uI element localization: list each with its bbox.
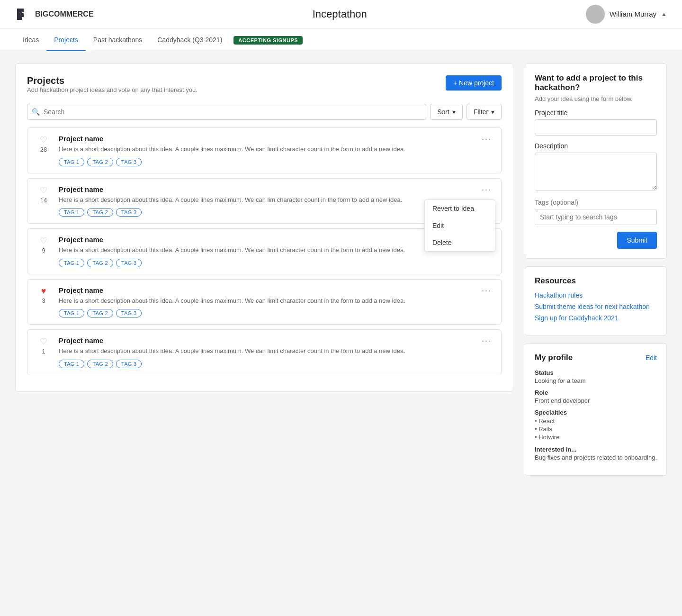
- project-desc-2: Here is a short description about this i…: [59, 195, 473, 205]
- tag-1-1: TAG 1: [59, 158, 84, 166]
- search-icon: 🔍: [32, 108, 40, 116]
- heart-icon-2[interactable]: ♡: [40, 185, 47, 196]
- sort-button[interactable]: Sort ▾: [430, 104, 463, 120]
- svg-marker-1: [17, 9, 24, 12]
- description-textarea[interactable]: [535, 153, 657, 190]
- tags-1: TAG 1 TAG 2 TAG 3: [59, 158, 473, 166]
- dropdown-revert-idea[interactable]: Revert to Idea: [425, 200, 495, 217]
- project-name-3: Project name: [59, 236, 473, 244]
- interested-label: Interested in...: [535, 446, 657, 453]
- profile-status-section: Status Looking for a team: [535, 369, 657, 384]
- dropdown-edit[interactable]: Edit: [425, 217, 495, 234]
- tag-2-2: TAG 2: [87, 208, 113, 217]
- heart-icon-1[interactable]: ♡: [40, 135, 47, 145]
- vote-count-2: 14: [40, 197, 47, 204]
- tab-projects[interactable]: Projects: [46, 29, 86, 51]
- tab-ideas[interactable]: Ideas: [15, 29, 46, 51]
- status-value: Looking for a team: [535, 377, 657, 384]
- tag-2-3: TAG 3: [116, 208, 142, 217]
- filter-button[interactable]: Filter ▾: [467, 104, 502, 120]
- projects-subtitle: Add hackathon project ideas and vote on …: [27, 86, 197, 93]
- search-row: 🔍 Sort ▾ Filter ▾: [27, 104, 502, 120]
- add-project-form-card: Want to add a project to this hackathon?…: [525, 63, 667, 259]
- more-button-1[interactable]: ···: [480, 135, 494, 143]
- navigation: Ideas Projects Past hackathons Caddyhack…: [0, 28, 682, 52]
- header-user: William Murray ▲: [586, 5, 667, 24]
- status-label: Status: [535, 369, 657, 376]
- logo-text: BIGCOMMERCE: [35, 10, 94, 18]
- tag-5-3: TAG 3: [116, 360, 142, 368]
- tag-1-2: TAG 2: [87, 158, 113, 166]
- specialty-2: Rails: [535, 425, 657, 433]
- heart-icon-3[interactable]: ♡: [40, 236, 47, 246]
- form-subtitle: Add your idea using the form below.: [535, 95, 657, 102]
- resource-link-2[interactable]: Submit theme ideas for next hackathon: [535, 303, 657, 310]
- right-panel: Want to add a project to this hackathon?…: [525, 63, 667, 483]
- projects-title: Projects: [27, 75, 197, 86]
- more-button-2[interactable]: ···: [480, 185, 494, 194]
- resource-link-3[interactable]: Sign up for Caddyhack 2021: [535, 314, 657, 322]
- tags-2: TAG 1 TAG 2 TAG 3: [59, 208, 473, 217]
- projects-card: Projects Add hackathon project ideas and…: [15, 63, 513, 392]
- left-panel: Projects Add hackathon project ideas and…: [15, 63, 513, 483]
- new-project-button[interactable]: + New project: [446, 75, 502, 91]
- tag-1-3: TAG 3: [116, 158, 142, 166]
- project-content-1: Project name Here is a short description…: [59, 135, 473, 166]
- role-label: Role: [535, 389, 657, 396]
- profile-specialties-section: Specialties React Rails Hotwire: [535, 409, 657, 441]
- tab-caddyhack[interactable]: Caddyhack (Q3 2021): [150, 29, 230, 51]
- filter-chevron-icon: ▾: [491, 108, 494, 116]
- tags-4: TAG 1 TAG 2 TAG 3: [59, 309, 473, 317]
- vote-count-1: 28: [40, 146, 47, 153]
- project-item-2: ♡ 14 Project name Here is a short descri…: [27, 178, 502, 224]
- heart-icon-4[interactable]: ♥: [41, 286, 46, 296]
- tags-5: TAG 1 TAG 2 TAG 3: [59, 360, 473, 368]
- submit-button[interactable]: Submit: [617, 232, 657, 249]
- resources-title: Resources: [535, 276, 657, 286]
- search-wrapper: 🔍: [27, 104, 426, 120]
- vote-section-2: ♡ 14: [35, 185, 52, 204]
- search-input[interactable]: [27, 104, 426, 120]
- vote-section-3: ♡ 9: [35, 236, 52, 254]
- profile-role-section: Role Front end developer: [535, 389, 657, 404]
- vote-section-5: ♡ 1: [35, 336, 52, 355]
- card-header: Projects Add hackathon project ideas and…: [27, 75, 502, 102]
- vote-section-1: ♡ 28: [35, 135, 52, 153]
- more-button-4[interactable]: ···: [480, 286, 494, 295]
- profile-header: My profile Edit: [535, 353, 657, 362]
- form-title: Want to add a project to this hackathon?: [535, 73, 657, 92]
- profile-title: My profile: [535, 353, 573, 362]
- user-name: William Murray: [610, 10, 656, 18]
- resources-card: Resources Hackathon rules Submit theme i…: [525, 266, 667, 335]
- svg-marker-2: [17, 13, 24, 17]
- more-button-5[interactable]: ···: [480, 336, 494, 345]
- project-item-1: ♡ 28 Project name Here is a short descri…: [27, 127, 502, 173]
- dropdown-delete[interactable]: Delete: [425, 234, 495, 251]
- project-desc-4: Here is a short description about this i…: [59, 296, 473, 306]
- project-desc-3: Here is a short description about this i…: [59, 245, 473, 255]
- project-title-input[interactable]: [535, 119, 657, 136]
- tag-4-3: TAG 3: [116, 309, 142, 317]
- sort-label: Sort: [437, 108, 449, 116]
- vote-count-4: 3: [42, 297, 45, 304]
- specialty-3: Hotwire: [535, 433, 657, 441]
- profile-edit-link[interactable]: Edit: [646, 354, 657, 362]
- tags-input[interactable]: [535, 209, 657, 225]
- tag-5-2: TAG 2: [87, 360, 113, 368]
- role-value: Front end developer: [535, 397, 657, 404]
- heart-icon-5[interactable]: ♡: [40, 336, 47, 347]
- project-name-4: Project name: [59, 286, 473, 294]
- resource-link-1[interactable]: Hackathon rules: [535, 291, 657, 299]
- vote-count-3: 9: [42, 247, 45, 254]
- tag-4-2: TAG 2: [87, 309, 113, 317]
- chevron-down-icon[interactable]: ▲: [661, 11, 667, 18]
- project-item-4: ♥ 3 Project name Here is a short descrip…: [27, 279, 502, 325]
- description-label: Description: [535, 142, 657, 150]
- project-title-label: Project title: [535, 109, 657, 117]
- project-desc-1: Here is a short description about this i…: [59, 145, 473, 154]
- header-title: Inceptathon: [313, 8, 367, 20]
- logo: BIGCOMMERCE: [15, 6, 94, 23]
- tab-past-hackathons[interactable]: Past hackathons: [86, 29, 150, 51]
- main-content: Projects Add hackathon project ideas and…: [0, 52, 682, 495]
- profile-interested-section: Interested in... Bug fixes and projects …: [535, 446, 657, 461]
